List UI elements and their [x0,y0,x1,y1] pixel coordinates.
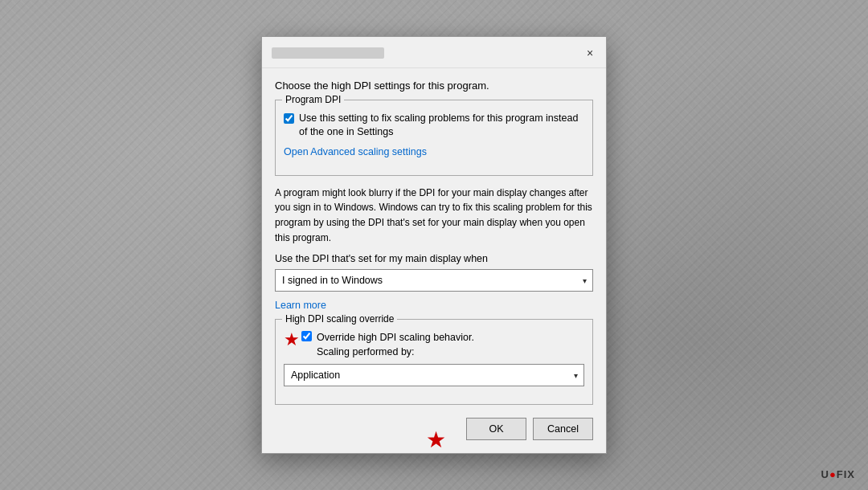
dialog-body: Choose the high DPI settings for this pr… [262,68,606,453]
watermark-fix: FIX [837,468,855,480]
dropdown1-wrapper: I signed in to Windows I open this progr… [275,269,593,292]
dropdown1-select[interactable]: I signed in to Windows I open this progr… [275,269,593,292]
star1-icon: ★ [284,331,300,349]
watermark-u: U [821,468,829,480]
checkbox1[interactable] [284,113,294,124]
checkbox1-row: Use this setting to fix scaling problems… [284,112,584,140]
program-dpi-label: Program DPI [282,94,344,105]
checkbox2[interactable] [301,331,312,341]
header-text: Choose the high DPI settings for this pr… [275,80,593,92]
program-dpi-group: Program DPI Use this setting to fix scal… [275,100,593,176]
checkbox2-label: Override high DPI scaling behavior.Scali… [317,331,474,359]
button-row: OK Cancel [275,414,593,440]
dropdown1-label: Use the DPI that's set for my main displ… [275,253,593,264]
cancel-button[interactable]: Cancel [533,418,593,440]
description-text: A program might look blurry if the DPI f… [275,186,593,245]
star1-wrap: ★ [284,331,300,349]
learn-more-link[interactable]: Learn more [275,300,593,311]
close-button[interactable]: × [580,43,600,63]
advanced-scaling-link[interactable]: Open Advanced scaling settings [284,146,584,157]
dialog-window: × Choose the high DPI settings for this … [261,36,607,454]
checkbox2-row: ★ Override high DPI scaling behavior.Sca… [284,331,584,359]
high-dpi-label: High DPI scaling override [282,313,397,325]
dropdown2-wrapper: Application System System (Enhanced) ▾ [284,364,584,386]
watermark-dot: ● [829,468,837,480]
high-dpi-group: High DPI scaling override ★ Override hig… [275,319,593,405]
titlebar-text [272,47,384,59]
watermark: U●FIX [821,468,855,480]
titlebar: × [262,37,606,68]
ok-button[interactable]: OK [466,418,526,440]
dropdown2-select[interactable]: Application System System (Enhanced) [284,364,584,386]
checkbox1-label: Use this setting to fix scaling problems… [299,112,584,140]
